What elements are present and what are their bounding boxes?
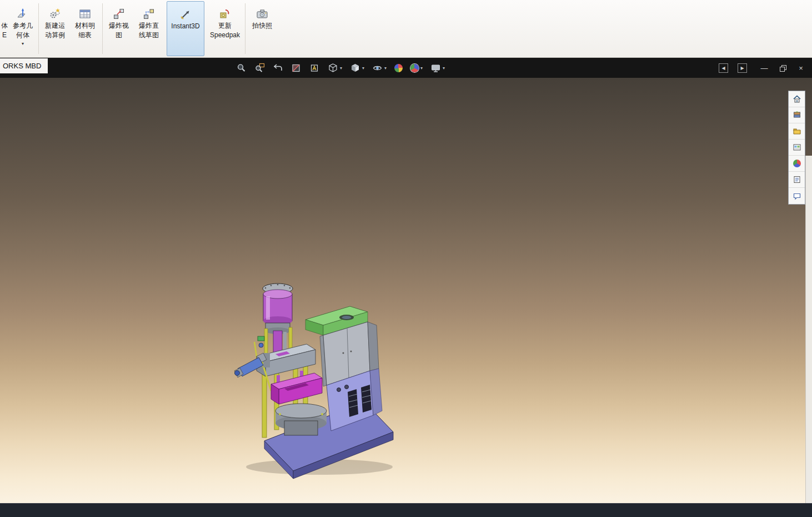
display-style-icon: [350, 63, 360, 73]
reference-geometry-button[interactable]: 参考几 何体 ▾: [9, 1, 36, 56]
ribbon-button-clipped[interactable]: 体 E: [0, 1, 9, 56]
close-button[interactable]: ×: [793, 61, 809, 74]
titlebar: ORKS MBD: [0, 58, 812, 78]
comment-bubble-icon: [793, 192, 801, 201]
appearance-ball-icon: [394, 64, 403, 72]
dropdown-caret-icon[interactable]: ▾: [22, 42, 24, 46]
ribbon-button-label: 拍快照: [252, 21, 272, 31]
appearances-ball-icon: [793, 160, 801, 167]
document-tab-label: ORKS MBD: [3, 62, 41, 70]
ribbon-button-label: 何体: [16, 31, 29, 40]
hide-show-items-button[interactable]: ▾: [368, 59, 390, 76]
3d-viewport[interactable]: [0, 78, 812, 503]
take-snapshot-button[interactable]: 拍快照: [248, 1, 277, 56]
forum-tab[interactable]: [789, 188, 805, 204]
update-speedpak-button[interactable]: 更新 Speedpak: [207, 1, 243, 56]
dropdown-caret-icon[interactable]: ▾: [384, 66, 387, 71]
explode-line-sketch-button[interactable]: 爆炸直 线草图: [134, 1, 164, 56]
window-edge-strip: [805, 156, 812, 517]
motion-study-icon: [49, 6, 61, 21]
custom-properties-tab[interactable]: [789, 172, 805, 188]
ribbon-button-label: 爆炸直: [139, 21, 159, 31]
task-pane-tabs: [788, 91, 805, 205]
minimize-button[interactable]: —: [756, 61, 772, 74]
scene-ball-icon: [410, 64, 419, 72]
appearances-scenes-tab[interactable]: [789, 156, 805, 172]
section-view-button[interactable]: [287, 59, 305, 76]
application-window: 体 E 参考几 何体 ▾: [0, 0, 812, 517]
solidworks-resources-tab[interactable]: [789, 91, 805, 107]
3d-assembly-model[interactable]: [222, 275, 400, 481]
collapse-pane-left-button[interactable]: ◀: [719, 63, 728, 73]
expand-pane-right-button[interactable]: ▶: [738, 63, 747, 73]
restore-icon: [780, 65, 786, 71]
properties-document-icon: [793, 175, 801, 184]
zoom-to-fit-icon: [236, 63, 247, 73]
annotation-views-button[interactable]: [305, 59, 324, 76]
ribbon-toolbar: 体 E 参考几 何体 ▾: [0, 0, 812, 58]
ribbon-separator: [38, 3, 39, 54]
previous-view-button[interactable]: [269, 59, 287, 76]
instant3d-icon: [179, 7, 192, 22]
zoom-to-area-button[interactable]: [250, 59, 269, 76]
ribbon-button-label: E: [2, 31, 7, 40]
dropdown-caret-icon[interactable]: ▾: [420, 66, 423, 71]
view-palette-icon: [793, 143, 801, 152]
ribbon-button-label: 细表: [78, 31, 92, 40]
display-style-button[interactable]: ▾: [346, 59, 368, 76]
home-icon: [793, 95, 801, 103]
file-explorer-tab[interactable]: [789, 123, 805, 140]
bill-of-materials-button[interactable]: 材料明 细表: [70, 1, 100, 56]
ribbon-separator: [102, 3, 103, 54]
status-bar: [0, 503, 812, 517]
ribbon-button-label: 爆炸视: [109, 21, 129, 31]
design-library-icon: [793, 111, 801, 120]
ribbon-button-label: Speedpak: [210, 31, 240, 40]
bom-table-icon: [79, 6, 91, 21]
view-orientation-button[interactable]: ▾: [324, 59, 346, 76]
apply-scene-button[interactable]: ▾: [407, 59, 427, 76]
ribbon-button-label: 新建运: [45, 21, 65, 31]
view-palette-tab[interactable]: [789, 140, 805, 156]
previous-view-icon: [273, 63, 283, 73]
window-controls: ◀ ▶ — ×: [719, 58, 809, 78]
section-view-icon: [291, 63, 302, 73]
ribbon-button-label: 参考几: [13, 21, 33, 31]
annotation-views-icon: [309, 63, 320, 73]
ribbon-button-label: 图: [116, 31, 122, 40]
view-orientation-cube-icon: [328, 63, 338, 73]
update-speedpak-icon: [219, 6, 231, 21]
dropdown-caret-icon[interactable]: ▾: [340, 66, 342, 71]
design-library-tab[interactable]: [789, 107, 805, 123]
exploded-view-icon: [113, 6, 125, 21]
instant3d-button[interactable]: Instant3D: [167, 1, 204, 56]
explode-line-sketch-icon: [143, 6, 155, 21]
monitor-icon: [430, 63, 441, 73]
ribbon-button-label: 体: [1, 21, 8, 31]
exploded-view-button[interactable]: 爆炸视 图: [105, 1, 133, 56]
heads-up-view-toolbar: ▾ ▾ ▾ ▾: [232, 58, 449, 78]
ribbon-button-label: 材料明: [75, 21, 95, 31]
folder-icon: [793, 127, 801, 136]
eye-visibility-icon: [372, 63, 383, 73]
view-settings-button[interactable]: ▾: [427, 59, 449, 76]
zoom-to-fit-button[interactable]: [232, 59, 250, 76]
ribbon-separator: [245, 3, 245, 54]
dropdown-caret-icon[interactable]: ▾: [362, 66, 364, 71]
new-motion-study-button[interactable]: 新建运 动算例: [41, 1, 69, 56]
zoom-to-area-icon: [254, 63, 265, 73]
ribbon-button-label: Instant3D: [171, 22, 199, 31]
camera-snapshot-icon: [256, 6, 268, 21]
ribbon-button-label: 更新: [218, 21, 232, 31]
ribbon-button-label: 动算例: [45, 31, 65, 40]
reference-geometry-icon: [17, 6, 29, 21]
ribbon-button-label: 线草图: [139, 31, 159, 40]
edit-appearance-button[interactable]: [390, 59, 407, 76]
dropdown-caret-icon[interactable]: ▾: [443, 66, 445, 71]
document-tab[interactable]: ORKS MBD: [0, 58, 48, 73]
restore-button[interactable]: [775, 61, 790, 74]
